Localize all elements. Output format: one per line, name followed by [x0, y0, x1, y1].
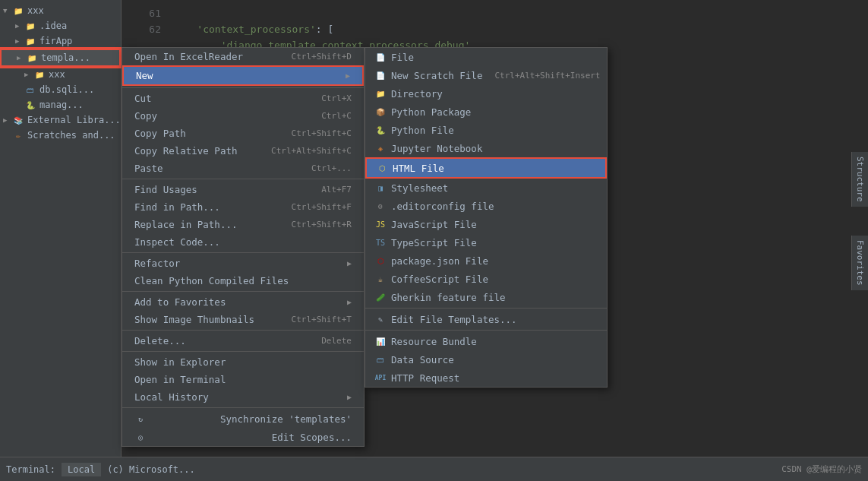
menu-shortcut-open-excel: Ctrl+Shift+D — [292, 52, 352, 62]
menu-label-new: New — [136, 70, 153, 81]
menu-item-copy-relative[interactable]: Copy Relative Path Ctrl+Alt+Shift+C — [122, 142, 364, 160]
submenu-item-stylesheet[interactable]: ◨ Stylesheet — [365, 179, 607, 197]
css-icon: ◨ — [374, 182, 387, 194]
expand-arrow-xxx: ▼ — [3, 7, 12, 14]
menu-item-delete[interactable]: Delete... Delete — [122, 332, 364, 350]
menu-item-open-excel[interactable]: Open In ExcelReader Ctrl+Shift+D — [122, 48, 364, 65]
code-line-62: 62 'context_processors': [ — [134, 22, 856, 38]
expand-arrow-templates: ▶ — [17, 54, 26, 62]
menu-shortcut-delete: Delete — [321, 336, 352, 346]
submenu-item-coffeescript[interactable]: ☕ CoffeeScript File — [365, 270, 607, 288]
submenu-label-data-source: Data Source — [391, 354, 454, 365]
structure-tab[interactable]: Structure — [851, 152, 868, 207]
menu-item-find-path[interactable]: Find in Path... Ctrl+Shift+F — [122, 198, 364, 216]
menu-shortcut-thumbnails: Ctrl+Shift+T — [292, 315, 352, 324]
folder-icon-xxx2: 📁 — [33, 68, 46, 81]
sidebar-item-idea[interactable]: ▶ 📁 .idea — [0, 18, 121, 33]
code-content-62: 'context_processors': [ — [173, 22, 333, 38]
sidebar-item-firapp[interactable]: ▶ 📁 firApp — [0, 33, 121, 49]
scopes-icon: ◎ — [134, 431, 147, 443]
submenu-item-http[interactable]: API HTTP Request — [365, 369, 607, 387]
submenu-label-directory: Directory — [391, 88, 443, 100]
sidebar-item-extlib[interactable]: ▶ 📚 External Libra... — [0, 112, 121, 128]
menu-item-replace-path[interactable]: Replace in Path... Ctrl+Shift+R — [122, 216, 364, 233]
expand-arrow-scratches: ▶ — [3, 131, 12, 139]
submenu-item-jupyter[interactable]: ◈ Jupyter Notebook — [365, 139, 607, 157]
code-line-61: 61 — [134, 6, 856, 22]
submenu-item-typescript[interactable]: TS TypeScript File — [365, 233, 607, 252]
sidebar-label-idea: .idea — [39, 21, 67, 31]
terminal-tab[interactable]: Local — [62, 463, 101, 476]
submenu-item-html[interactable]: ⬡ HTML File — [365, 157, 607, 179]
csdn-label: CSDN @爱编程的小贤 — [781, 464, 862, 475]
menu-item-add-favorites[interactable]: Add to Favorites ▶ — [122, 293, 364, 311]
favorites-tab-label: Favorites — [855, 240, 865, 286]
sidebar-item-xxx[interactable]: ▼ 📁 xxx — [0, 3, 121, 18]
submenu-label-file: File — [391, 52, 414, 63]
menu-label-show-explorer: Show in Explorer — [134, 356, 226, 368]
submenu-item-data-source[interactable]: 🗃 Data Source — [365, 350, 607, 369]
submenu-item-scratch[interactable]: 📄 New Scratch File Ctrl+Alt+Shift+Insert — [365, 66, 607, 84]
scratch-file-icon: 📄 — [374, 69, 387, 81]
resource-icon: 📊 — [374, 335, 387, 347]
favorites-tab[interactable]: Favorites — [851, 236, 868, 290]
terminal-content: (c) Microsoft... — [107, 464, 195, 475]
sidebar-item-xxx2[interactable]: ▶ 📁 xxx — [0, 67, 121, 82]
menu-item-new[interactable]: New ▶ — [122, 65, 364, 86]
submenu-item-package-json[interactable]: ⬡ package.json File — [365, 252, 607, 270]
menu-shortcut-cut: Ctrl+X — [321, 93, 352, 103]
context-menu: Open In ExcelReader Ctrl+Shift+D New ▶ C… — [122, 47, 365, 447]
menu-item-edit-scopes[interactable]: ◎ Edit Scopes... — [122, 428, 364, 446]
menu-item-copy-path[interactable]: Copy Path Ctrl+Shift+C — [122, 125, 364, 142]
terminal-label: Terminal: — [6, 464, 55, 475]
submenu-item-javascript[interactable]: JS JavaScript File — [365, 215, 607, 233]
jupyter-icon: ◈ — [374, 142, 387, 154]
menu-item-clean[interactable]: Clean Python Compiled Files — [122, 272, 364, 290]
menu-label-synchronize: Synchronize 'templates' — [220, 413, 352, 425]
menu-item-paste[interactable]: Paste Ctrl+... — [122, 160, 364, 177]
submenu-label-python-package: Python Package — [391, 106, 471, 118]
sidebar-label-manage: manag... — [39, 100, 84, 110]
submenu-label-python-file: Python File — [391, 125, 454, 136]
menu-item-local-history[interactable]: Local History ▶ — [122, 388, 364, 406]
menu-item-find-usages[interactable]: Find Usages Alt+F7 — [122, 181, 364, 198]
expand-arrow-dbsqli: ▶ — [15, 86, 24, 93]
menu-item-show-explorer[interactable]: Show in Explorer — [122, 353, 364, 371]
submenu-item-gherkin[interactable]: 🥒 Gherkin feature file — [365, 288, 607, 306]
sidebar-label-xxx2: xxx — [49, 69, 65, 80]
menu-item-refactor[interactable]: Refactor ▶ — [122, 255, 364, 272]
menu-label-delete: Delete... — [134, 335, 186, 347]
menu-separator-3 — [122, 252, 364, 253]
submenu-item-python-file[interactable]: 🐍 Python File — [365, 121, 607, 139]
submenu-item-resource-bundle[interactable]: 📊 Resource Bundle — [365, 332, 607, 350]
menu-label-cut: Cut — [134, 93, 152, 104]
menu-item-thumbnails[interactable]: Show Image Thumbnails Ctrl+Shift+T — [122, 311, 364, 328]
python-package-icon: 📦 — [374, 106, 387, 118]
npm-icon: ⬡ — [374, 255, 387, 267]
menu-item-copy[interactable]: Copy Ctrl+C — [122, 107, 364, 125]
sidebar-item-manage[interactable]: ▶ 🐍 manag... — [0, 97, 121, 112]
menu-label-paste: Paste — [134, 163, 163, 174]
sidebar-item-scratches[interactable]: ▶ ✏ Scratches and... — [0, 128, 121, 143]
submenu-label-scratch: New Scratch File — [391, 70, 482, 81]
menu-item-inspect[interactable]: Inspect Code... — [122, 233, 364, 251]
sidebar-label-extlib: External Libra... — [27, 115, 121, 125]
html-icon: ⬡ — [376, 162, 388, 174]
menu-label-refactor: Refactor — [134, 258, 180, 269]
menu-separator-5 — [122, 330, 364, 331]
submenu-label-editorconfig: .editorconfig file — [391, 201, 494, 212]
sidebar-item-dbsqli[interactable]: ▶ 🗃 db.sqli... — [0, 82, 121, 97]
sidebar-item-templates[interactable]: ▶ 📁 templa... — [0, 49, 121, 67]
submenu-label-stylesheet: Stylesheet — [391, 182, 448, 194]
directory-icon: 📁 — [374, 87, 387, 100]
submenu-item-editorconfig[interactable]: ⚙ .editorconfig file — [365, 197, 607, 215]
submenu-item-directory[interactable]: 📁 Directory — [365, 84, 607, 103]
menu-label-copy-relative: Copy Relative Path — [134, 145, 237, 157]
submenu-separator-2 — [365, 330, 607, 331]
submenu-item-edit-templates[interactable]: ✎ Edit File Templates... — [365, 310, 607, 328]
menu-item-open-terminal[interactable]: Open in Terminal — [122, 371, 364, 388]
menu-item-cut[interactable]: Cut Ctrl+X — [122, 90, 364, 107]
submenu-item-file[interactable]: 📄 File — [365, 48, 607, 66]
menu-item-synchronize[interactable]: ↻ Synchronize 'templates' — [122, 410, 364, 428]
submenu-item-python-package[interactable]: 📦 Python Package — [365, 103, 607, 121]
